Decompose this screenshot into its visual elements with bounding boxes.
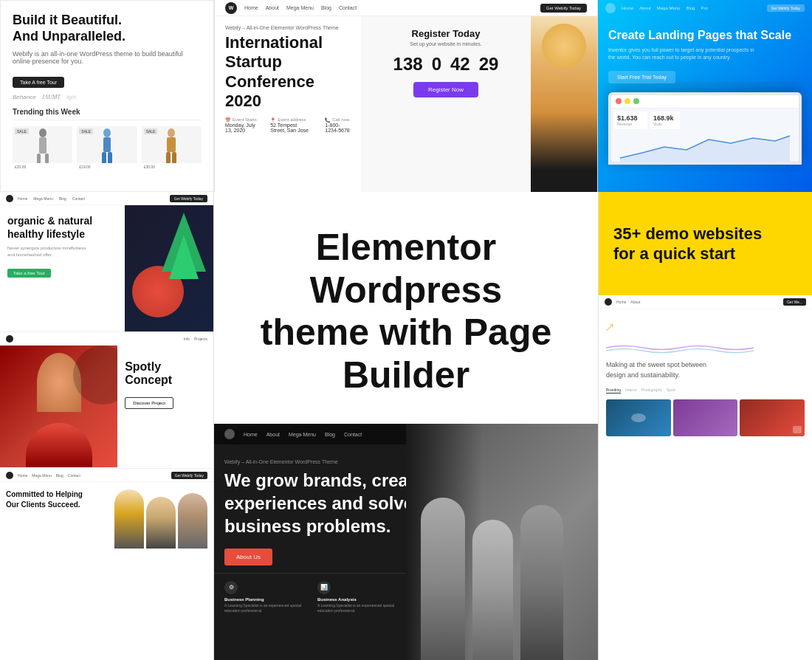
organic-logo <box>6 195 13 202</box>
svg-rect-10 <box>166 152 171 164</box>
countdown-secs: 29 <box>479 55 499 73</box>
organic-theme-preview: Home Mega Menu Blog Contact Get Webify T… <box>0 192 213 332</box>
portfolio-img-2 <box>673 399 738 436</box>
svg-point-4 <box>103 128 111 137</box>
cat-photography[interactable]: Photography <box>641 388 662 393</box>
register-box: Register Today Set up your website in mi… <box>361 16 531 192</box>
conf-left: Webify – All-in-One Elementor WordPress … <box>215 16 361 192</box>
countdown-hours: 0 <box>432 55 441 73</box>
fashion-theme-preview: Build it Beautiful. And Unparalleled. We… <box>0 0 214 192</box>
cat-sport[interactable]: Sport <box>667 388 675 393</box>
sustainability-logo <box>605 298 612 306</box>
sale-badge: SALE <box>79 128 93 134</box>
landing-sub: Inventor gives you full power to target … <box>608 47 802 61</box>
demo-badge-text: 35+ demo websites for a quick start <box>613 224 762 264</box>
sustainability-nav: Home About Get We... <box>599 295 812 309</box>
laptop-mockup: $1.638 Revenue 168.9k Visits <box>608 92 802 165</box>
stat-card-2: 168.9k Visits <box>650 111 680 129</box>
bottom-right-panel: 35+ demo websites for a quick start Home… <box>598 192 812 660</box>
conference-theme-preview: W Home About Mega Menu Blog Contact Get … <box>214 0 598 192</box>
corporate-nav: Home Mega Menu Blog Contact Get Webify T… <box>0 469 213 482</box>
person-1 <box>114 489 144 549</box>
agency-bg-image <box>406 424 598 660</box>
organic-nav-btn[interactable]: Get Webify Today <box>170 195 207 202</box>
dashboard-chart <box>614 132 796 162</box>
conf-person-photo <box>531 16 597 192</box>
stat-card-1: $1.638 Revenue <box>614 111 647 129</box>
agency-title: We grow brands, createexperiences and so… <box>224 469 431 538</box>
svg-rect-7 <box>108 152 112 164</box>
fashion-cta-btn[interactable]: Take A free Tour <box>13 77 64 88</box>
portfolio-img-3 <box>740 399 805 436</box>
cat-interior[interactable]: Interior <box>625 388 637 393</box>
register-btn[interactable]: Register Now <box>413 82 478 97</box>
main-layout: Build it Beautiful. And Unparalleled. We… <box>0 0 812 660</box>
svg-rect-6 <box>102 152 106 164</box>
spotly-theme-preview: Info Projects Spotly Concept Discover Pr… <box>0 332 213 469</box>
spotly-discover-btn[interactable]: Discover Project <box>125 397 173 409</box>
conf-subtext: Webify – All-in-One Elementor WordPress … <box>225 25 351 33</box>
wavy-decoration <box>606 341 754 354</box>
sale-badge: SALE <box>15 128 29 134</box>
spotly-title: Spotly Concept <box>125 360 206 387</box>
product-card-3: SALE £30.00 <box>142 126 202 171</box>
corporate-logo <box>6 472 13 479</box>
main-headline: Elementor WordPress Theme with Page Buil… <box>236 227 576 396</box>
brand-logos: Behance JAUMT light <box>13 94 202 100</box>
laptop-screen: $1.638 Revenue 168.9k Visits <box>611 95 799 162</box>
top-right-nav: Home About Mega Menu Blog Pro Get Webify… <box>598 0 812 16</box>
sustainability-nav-btn[interactable]: Get We... <box>783 298 806 306</box>
svg-rect-2 <box>37 154 41 164</box>
svg-rect-3 <box>45 154 49 164</box>
conf-title: International Startup Conference 2020 <box>225 33 351 117</box>
svg-point-8 <box>168 128 175 137</box>
fashion-headline: Build it Beautiful. And Unparalleled. <box>13 13 202 44</box>
landing-nav-links: Home About Mega Menu Blog Pro <box>622 6 708 10</box>
sustainability-theme-preview: Home About Get We... ↑ Making at the swe… <box>599 295 812 660</box>
agency-logo <box>224 429 235 439</box>
landing-theme-preview: Home About Mega Menu Blog Pro Get Webify… <box>598 0 812 192</box>
agency-cta-btn[interactable]: About Us <box>224 549 272 566</box>
category-tabs: Branding Interior Photography Sport <box>606 388 805 393</box>
register-sub: Set up your website in minutes. <box>410 41 481 47</box>
svg-point-0 <box>39 128 47 137</box>
event-call: 📞 Call now. 1-800-1234-5678 <box>325 117 351 133</box>
event-address: 📍 Event address 52 Tempest Street, San J… <box>270 117 313 133</box>
countdown: 138 0 42 29 <box>393 55 499 73</box>
event-starts: 📅 Event Starts Monday, July 13, 2020 <box>225 117 258 133</box>
landing-logo <box>605 3 616 13</box>
agency-nav-links: Home About Mega Menu Blog Contact <box>244 432 362 437</box>
portfolio-image-grid <box>606 399 805 436</box>
landing-hero: Create Landing Pages that Scale Inventor… <box>598 16 812 92</box>
organic-food-image <box>125 205 213 332</box>
organic-cta-btn[interactable]: Take a free Tour <box>7 269 51 278</box>
spotly-nav: Info Projects <box>0 332 213 346</box>
feature-business-analysis: 📊 Business Analysis A Learning Specialis… <box>317 581 402 613</box>
svg-rect-1 <box>39 137 47 154</box>
arrow-decoration: ↑ <box>600 317 619 337</box>
landing-nav-btn[interactable]: Get Webify Today <box>767 4 805 12</box>
laptop-area: $1.638 Revenue 168.9k Visits <box>598 92 812 165</box>
trending-label: Trending this Week <box>13 108 202 120</box>
conf-body-wrap: Webify – All-in-One Elementor WordPress … <box>215 16 597 192</box>
product-grid: SALE £20.00 SALE <box>13 126 202 171</box>
portfolio-img-1 <box>606 399 671 436</box>
corporate-people <box>114 489 207 549</box>
organic-nav: Home Mega Menu Blog Contact Get Webify T… <box>0 192 213 205</box>
bottom-center-panel: Elementor WordPress Theme with Page Buil… <box>214 192 598 660</box>
corporate-theme-preview: Home Mega Menu Blog Contact Get Webify T… <box>0 469 213 660</box>
landing-cta-btn[interactable]: Start Free Trial Today <box>608 71 675 83</box>
feature-business-planning: ⚙ Business Planning A Learning Specialis… <box>224 581 309 613</box>
spotly-logo <box>6 335 13 343</box>
corporate-nav-btn[interactable]: Get Webify Today <box>171 472 207 479</box>
conf-nav-links: Home About Mega Menu Blog Contact <box>244 5 357 10</box>
landing-title: Create Landing Pages that Scale <box>608 28 802 42</box>
sale-badge: SALE <box>144 128 158 134</box>
product-card-2: SALE £19.00 <box>77 126 137 171</box>
bottom-left-panel: Home Mega Menu Blog Contact Get Webify T… <box>0 192 214 660</box>
spotly-hero-image <box>0 346 117 467</box>
conf-nav-btn[interactable]: Get Webify Today <box>540 4 587 13</box>
corporate-title: Committed to HelpingOur Clients Succeed. <box>6 489 111 510</box>
cat-branding[interactable]: Branding <box>606 388 621 393</box>
countdown-mins: 42 <box>450 55 470 73</box>
